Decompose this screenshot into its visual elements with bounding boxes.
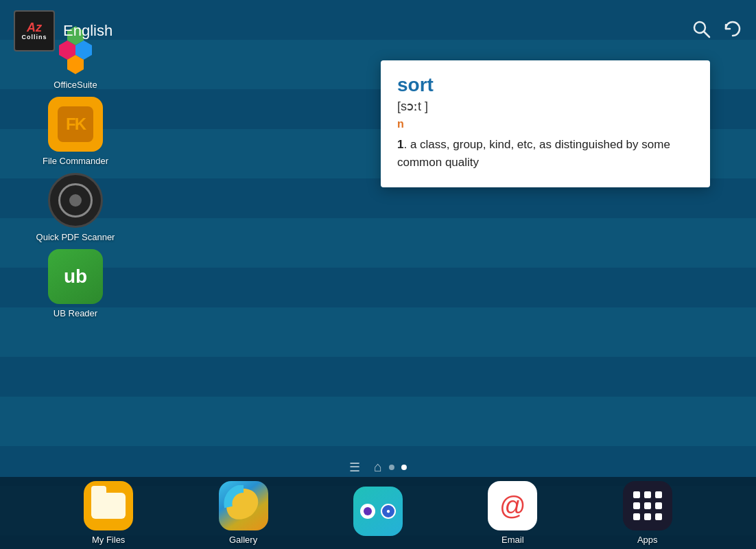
- email-icon: @: [488, 481, 537, 530]
- nav-dot-2[interactable]: [401, 465, 407, 470]
- topbar-left: Az Collins English: [14, 10, 113, 51]
- filecommander-label: File Commander: [43, 156, 108, 166]
- dock-email[interactable]: @ Email: [471, 481, 554, 545]
- dict-word: sort: [397, 74, 694, 96]
- email-label: Email: [501, 535, 524, 545]
- app-dot-5: [644, 502, 651, 509]
- collins-badge[interactable]: Az Collins: [14, 10, 55, 51]
- dock-browser[interactable]: ●: [337, 487, 419, 540]
- gallery-label: Gallery: [229, 535, 257, 545]
- dict-phonetic: [sɔːt ]: [397, 99, 694, 114]
- language-label: English: [63, 22, 113, 40]
- gallery-icon: [219, 481, 268, 530]
- apps-left: OfficeSuite FK File Commander Quick PDF …: [34, 21, 117, 318]
- pdf-center: [69, 194, 82, 207]
- dock-apps[interactable]: Apps: [606, 481, 689, 545]
- topbar-right: [692, 19, 742, 43]
- pdfscanner-label: Quick PDF Scanner: [36, 232, 115, 242]
- app-dot-2: [644, 491, 651, 498]
- refresh-icon[interactable]: [723, 19, 742, 43]
- nav-dot-1[interactable]: [389, 465, 394, 470]
- nav-menu-icon[interactable]: ☰: [349, 460, 360, 475]
- app-dot-7: [633, 513, 640, 520]
- apps-label: Apps: [637, 535, 658, 545]
- fk-text: FK: [58, 106, 93, 142]
- left-pupil: [364, 507, 372, 515]
- dock-myfiles[interactable]: My Files: [67, 481, 150, 545]
- dock-gallery[interactable]: Gallery: [202, 481, 285, 545]
- dict-pos: n: [397, 118, 694, 130]
- search-icon[interactable]: [692, 19, 711, 43]
- app-ubreader[interactable]: ub UB Reader: [34, 249, 117, 318]
- officesuite-label: OfficeSuite: [54, 80, 97, 90]
- app-pdfscanner[interactable]: Quick PDF Scanner: [34, 173, 117, 242]
- pdf-ring: [58, 183, 93, 218]
- nav-dots: ☰ ⌂: [349, 459, 407, 475]
- app-dot-3: [655, 491, 662, 498]
- apps-dots-grid: [624, 482, 672, 530]
- app-dot-1: [633, 491, 640, 498]
- ubreader-icon: ub: [48, 249, 103, 304]
- myfiles-label: My Files: [92, 535, 125, 545]
- apps-icon: [623, 481, 672, 530]
- myfiles-icon: [84, 481, 133, 530]
- topbar: Az Collins English: [0, 0, 756, 62]
- left-eye: [360, 504, 375, 519]
- dict-def-text: . a class, group, kind, etc, as distingu…: [397, 138, 670, 169]
- folder-shape: [91, 493, 126, 519]
- browser-eyes: ●: [360, 504, 396, 519]
- bottom-dock: My Files Gallery ● @ Email: [0, 477, 756, 549]
- ubreader-label: UB Reader: [54, 308, 97, 318]
- email-at-symbol: @: [499, 491, 526, 521]
- dictionary-popup: sort [sɔːt ] n 1. a class, group, kind, …: [381, 60, 710, 187]
- collins-label: Collins: [21, 34, 47, 40]
- nav-home-icon[interactable]: ⌂: [374, 459, 382, 475]
- dict-definition: 1. a class, group, kind, etc, as disting…: [397, 136, 694, 171]
- svg-line-1: [704, 32, 709, 37]
- app-dot-4: [633, 502, 640, 509]
- globe-icon: ●: [381, 504, 396, 519]
- filecommander-icon: FK: [48, 97, 103, 152]
- collins-az: Az: [27, 21, 42, 34]
- app-dot-9: [655, 513, 662, 520]
- app-dot-6: [655, 502, 662, 509]
- pdfscanner-icon: [48, 173, 103, 228]
- app-filecommander[interactable]: FK File Commander: [34, 97, 117, 166]
- browser-icon: ●: [353, 487, 403, 536]
- app-dot-8: [644, 513, 651, 520]
